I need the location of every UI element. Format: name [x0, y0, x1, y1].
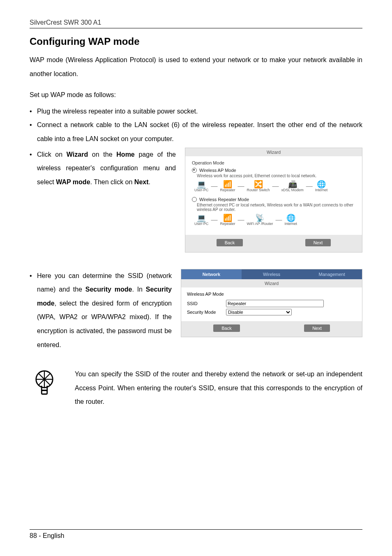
page-footer: 88 - English — [30, 529, 362, 540]
bullet-cable: Connect a network cable to the LAN socke… — [30, 118, 362, 146]
bullet-plug: Plug the wireless repeater into a suitab… — [30, 104, 362, 118]
ssid-label: SSID — [187, 301, 226, 306]
globe-icon: 🌐 — [317, 181, 326, 188]
wizard-panel-screenshot: Wizard Operation Mode Wireless AP Mode W… — [185, 148, 362, 253]
radio-repeater-mode[interactable] — [192, 197, 197, 202]
page-header: SilverCrest SWR 300 A1 — [30, 19, 362, 28]
wizard-next-button[interactable]: Next — [305, 239, 331, 246]
security-mode-label: Security Mode — [187, 310, 226, 315]
tab-management[interactable]: Management — [302, 269, 362, 279]
wizard-title: Wizard — [185, 148, 362, 156]
ap-panel-screenshot: Network Wireless Management Wizard Wirel… — [181, 269, 362, 337]
ssid-input[interactable] — [226, 300, 324, 307]
ap-mode-desc: Wireless work for access point, Ethernet… — [197, 174, 355, 178]
globe-icon: 🌐 — [286, 214, 295, 222]
laptop-icon: 💻 — [197, 214, 206, 222]
bullet-ssid-security: Here you can determine the SSID (network… — [30, 269, 172, 352]
radio-ap-mode[interactable] — [192, 168, 197, 173]
repeater-mode-title: Wireless Repeater Mode — [199, 197, 249, 202]
bullet-wizard: Click on Wizard on the Home page of the … — [30, 148, 176, 189]
laptop-icon: 💻 — [197, 181, 206, 188]
wizard-back-button[interactable]: Back — [217, 239, 243, 246]
switch-icon: 🔀 — [254, 181, 263, 188]
router-icon: 📡 — [255, 214, 264, 222]
setup-line: Set up WAP mode as follows: — [30, 88, 362, 102]
ap-mode-section-label: Wireless AP Mode — [187, 292, 356, 297]
lightbulb-icon — [30, 367, 59, 398]
security-mode-select[interactable]: Disable — [226, 309, 292, 315]
ap-panel-subtitle: Wizard — [181, 279, 362, 287]
tab-network[interactable]: Network — [181, 269, 242, 279]
section-title: Configuring WAP mode — [30, 36, 362, 47]
ap-next-button[interactable]: Next — [304, 324, 330, 332]
operation-mode-label: Operation Mode — [192, 160, 355, 165]
modem-icon: 📠 — [288, 181, 297, 188]
ap-back-button[interactable]: Back — [213, 324, 240, 332]
tab-wireless[interactable]: Wireless — [242, 269, 302, 279]
note-text: You can specify the SSID of the router a… — [75, 367, 362, 409]
intro-paragraph: WAP mode (Wireless Application Protocol)… — [30, 53, 362, 81]
ap-mode-title: Wireless AP Mode — [199, 168, 236, 173]
repeater-icon: 📶 — [223, 214, 232, 222]
svg-rect-5 — [42, 390, 47, 394]
repeater-icon: 📶 — [223, 181, 232, 188]
repeater-mode-desc: Ethernet connect PC or local network, Wi… — [197, 203, 355, 212]
